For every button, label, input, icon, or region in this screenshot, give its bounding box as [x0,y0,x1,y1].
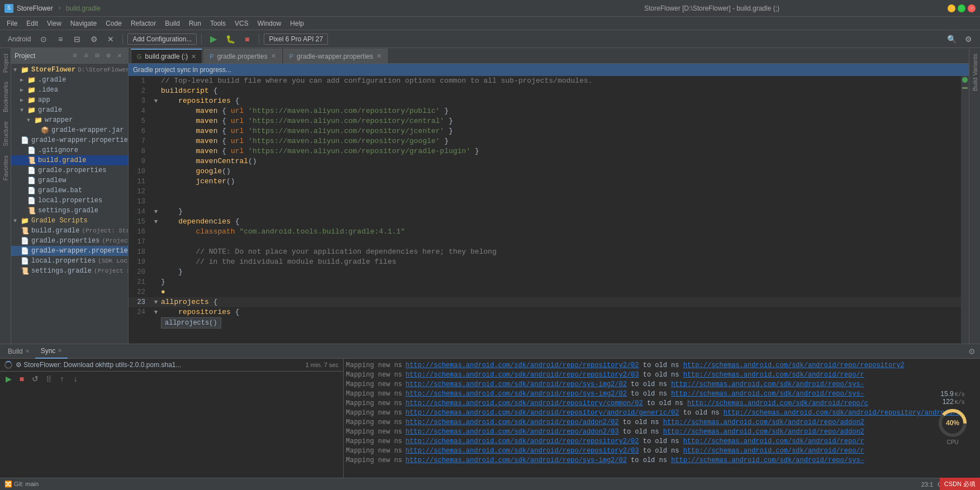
project-panel-toggle[interactable]: Project [1,50,10,76]
run-config-dropdown[interactable]: Add Configuration... [127,34,197,45]
menu-refactor[interactable]: Refactor [126,18,160,28]
tree-item-gs-gradle-props[interactable]: 📄 gradle.properties (Project Properties) [11,236,128,246]
tab-close-gradle-props[interactable]: ✕ [271,53,276,60]
bottom-panel: Build ✕ Sync ✕ ⚙ ⚙ StoreFlower: Download… [0,344,980,478]
csdn-badge: CSDN 必填 [940,478,980,490]
down-btn[interactable]: ↓ [69,373,82,385]
project-dropdown-label[interactable]: Android [4,34,34,44]
structure-panel-toggle[interactable]: Structure [1,118,10,150]
tab-wrapper-props[interactable]: P gradle-wrapper.properties ✕ [283,49,388,63]
file-tree: ▼ 📁 StoreFlower D:\StoreFlower ▶ 📁 .grad… [11,64,128,344]
log-line-3: Mapping new ns http://schemas.android.co… [346,380,978,389]
tree-item-gs-local-props[interactable]: 📄 local.properties (SDK Location) [11,256,128,266]
toolbar-target-btn[interactable]: ⊙ [36,32,51,46]
build-status-bar: ⚙ StoreFlower: Download okhttp utils-2.0… [0,359,343,372]
bookmarks-panel-toggle[interactable]: Bookmarks [1,78,10,116]
toolbar-settings-btn[interactable]: ⚙ [87,32,101,46]
tab-gradle-props[interactable]: P gradle.properties ✕ [203,49,282,63]
menu-window[interactable]: Window [253,18,286,28]
tree-item-gs-build-gradle[interactable]: 📜 build.gradle (Project: StoreFlower) [11,226,128,236]
tab-build-gradle[interactable]: G build.gradle (:) ✕ [131,49,202,63]
autocomplete-suggestion[interactable]: allprojects() [165,319,217,327]
panel-icon-list[interactable]: ≡ [81,51,91,61]
sync-status-text: Gradle project sync in progress... [133,66,231,74]
toolbar-list-btn[interactable]: ≡ [53,32,68,46]
run-build-btn[interactable]: ▶ [2,373,15,385]
maximize-button[interactable]: □ [958,4,965,12]
menu-tools[interactable]: Tools [206,18,230,28]
code-editor[interactable]: 1 // Top-level build file where you can … [129,76,961,344]
toolbar-collapse-btn[interactable]: ⊟ [70,32,84,46]
minimize-button[interactable]: − [948,4,955,12]
code-line-15: 15 ▼ dependencies { [129,217,961,227]
menu-navigate[interactable]: Navigate [66,18,101,28]
menu-view[interactable]: View [42,18,66,28]
toolbar-sep3 [259,34,259,45]
log-line-6: Mapping new ns http://schemas.android.co… [346,408,978,418]
menu-code[interactable]: Code [101,18,126,28]
tree-item-gradle-scripts-section[interactable]: ▼ 📁 Gradle Scripts [11,216,128,226]
bottom-tab-build[interactable]: Build ✕ [2,344,35,359]
menu-edit[interactable]: Edit [22,18,42,28]
right-panel: Build Variants [969,48,980,344]
device-dropdown[interactable]: Pixel 6 Pro API 27 [264,34,328,45]
tree-item-build-gradle[interactable]: 📜 build.gradle [11,155,128,165]
tree-item-idea-dir[interactable]: ▶ 📁 .idea [11,85,128,95]
rerun-build-btn[interactable]: ↺ [29,373,41,385]
menu-vcs[interactable]: VCS [230,18,253,28]
tree-item-gitignore[interactable]: 📄 .gitignore [11,145,128,155]
tree-item-gradle-folder[interactable]: ▼ 📁 gradle [11,105,128,115]
settings-panel-btn[interactable]: ⚙ [965,345,978,358]
code-line-14: 14 ▼ } [129,207,961,217]
tree-item-wrapper-jar[interactable]: 📦 gradle-wrapper.jar [11,125,128,135]
tree-item-root[interactable]: ▼ 📁 StoreFlower D:\StoreFlower [11,65,128,75]
panel-icon-close[interactable]: ✕ [115,51,125,61]
panel-icon-settings[interactable]: ⚙ [103,51,113,61]
tree-item-settings-gradle[interactable]: 📜 settings.gradle [11,206,128,216]
search-everywhere-btn[interactable]: 🔍 [944,32,959,46]
filter-btn[interactable]: ⧛ [42,373,55,385]
toolbar: Android ⊙ ≡ ⊟ ⚙ ✕ Add Configuration... ▶… [0,30,980,48]
panel-icon-collapse[interactable]: ⊟ [92,51,102,61]
tab-close-wrapper-props[interactable]: ✕ [377,53,382,60]
menu-run[interactable]: Run [184,18,206,28]
gradle-sync-bar: Gradle project sync in progress... [129,64,969,76]
tree-item-gradle-dir[interactable]: ▶ 📁 .gradle [11,75,128,85]
debug-button[interactable]: 🐛 [223,32,237,46]
run-button[interactable]: ▶ [206,32,221,46]
code-line-19: 19 // in the individual module build.gra… [129,257,961,267]
tree-item-wrapper-props[interactable]: 📄 gradle-wrapper.properties [11,135,128,145]
bottom-tab-build-close[interactable]: ✕ [25,348,30,354]
tree-item-app-dir[interactable]: ▶ 📁 app [11,95,128,105]
app-title: StoreFlower [17,4,53,12]
tree-item-gradlew[interactable]: 📄 gradlew [11,175,128,185]
build-variants-toggle[interactable]: Build Variants [971,50,979,94]
panel-icon-target[interactable]: ⊙ [70,51,80,61]
bottom-right-log[interactable]: Mapping new ns http://schemas.android.co… [344,359,980,478]
up-btn[interactable]: ↑ [56,373,68,385]
build-status-text: ⚙ StoreFlower: Download okhttp utils-2.0… [16,361,302,369]
menu-build[interactable]: Build [160,18,184,28]
menu-file[interactable]: File [2,18,22,28]
tree-item-local-props[interactable]: 📄 local.properties [11,196,128,206]
bottom-left-panel: ⚙ StoreFlower: Download okhttp utils-2.0… [0,359,344,478]
tree-item-gs-settings-gradle[interactable]: 📜 settings.gradle (Project Settings) [11,266,128,276]
settings-btn[interactable]: ⚙ [961,32,976,46]
bottom-tab-sync[interactable]: Sync ✕ [35,344,68,359]
tree-item-wrapper-folder[interactable]: ▼ 📁 wrapper [11,115,128,125]
tree-item-gradlew-bat[interactable]: 📄 gradlew.bat [11,185,128,196]
stop-build-btn[interactable]: ■ [16,373,28,385]
bottom-tab-build-label: Build [8,348,23,355]
close-button[interactable]: ✕ [968,4,976,12]
toolbar-sep2 [201,34,202,45]
no-errors-indicator [962,77,968,83]
toolbar-close-panel-btn[interactable]: ✕ [103,32,118,46]
tree-item-gradle-props[interactable]: 📄 gradle.properties [11,165,128,175]
tab-close-build-gradle[interactable]: ✕ [191,53,196,60]
tree-item-gs-wrapper-props[interactable]: 📄 gradle-wrapper.properties (Gradle Vers… [11,246,128,256]
bottom-tab-sync-close[interactable]: ✕ [58,348,62,354]
menu-help[interactable]: Help [286,18,308,28]
build-time: 1 min. 7 sec [306,361,339,368]
favorites-panel-toggle[interactable]: Favorites [1,152,10,184]
stop-button[interactable]: ■ [240,32,254,46]
